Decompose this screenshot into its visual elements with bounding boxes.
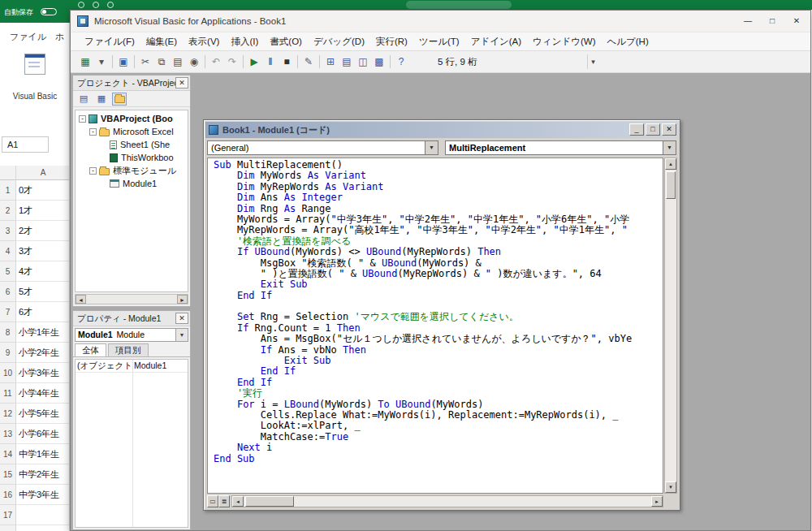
menu-item[interactable]: 挿入(I) bbox=[225, 32, 264, 50]
minimize-icon[interactable]: — bbox=[736, 11, 760, 32]
full-module-view-icon[interactable]: ≣ bbox=[218, 495, 230, 507]
sheet-cell[interactable]: 5才 bbox=[16, 282, 70, 302]
menu-item[interactable]: 実行(R) bbox=[370, 32, 413, 50]
view-object-icon[interactable]: ▦ bbox=[94, 93, 109, 106]
sheet-cell[interactable]: 小学1年生 bbox=[16, 322, 70, 343]
tab-alphabetic[interactable]: 全体 bbox=[75, 343, 106, 356]
chevron-down-icon[interactable]: ▼ bbox=[425, 141, 438, 154]
menu-item[interactable]: 表示(V) bbox=[183, 32, 225, 50]
scroll-up-icon[interactable]: ▲ bbox=[665, 158, 676, 170]
project-explorer-icon[interactable]: ⊞ bbox=[322, 54, 339, 70]
excel-file-tab[interactable]: ファイル bbox=[10, 31, 46, 43]
row-header[interactable]: 9 bbox=[0, 343, 16, 363]
h-scroll-thumb[interactable] bbox=[245, 496, 294, 507]
project-panel-title-bar[interactable]: プロジェクト - VBAProject ✕ bbox=[73, 76, 190, 91]
row-header[interactable]: 15 bbox=[0, 464, 16, 485]
scroll-left-icon[interactable]: ◄ bbox=[76, 295, 86, 304]
save-icon[interactable]: ▣ bbox=[115, 54, 132, 70]
scroll-left-icon[interactable]: ◄ bbox=[232, 496, 244, 507]
row-header[interactable]: 13 bbox=[0, 424, 16, 444]
row-header[interactable]: 14 bbox=[0, 444, 16, 464]
sheet-cell[interactable]: 2才 bbox=[16, 221, 70, 241]
code-v-scrollbar[interactable]: ▲ ▼ bbox=[664, 158, 677, 494]
menu-item[interactable]: ヘルプ(H) bbox=[601, 32, 654, 50]
close-icon[interactable]: ✕ bbox=[784, 11, 809, 32]
sheet-cell[interactable] bbox=[16, 505, 70, 525]
sheet-cell[interactable]: 小学4年生 bbox=[16, 383, 70, 404]
vba-title-bar[interactable]: Microsoft Visual Basic for Applications … bbox=[71, 11, 810, 32]
sheet-cell[interactable]: 中学1年生 bbox=[16, 444, 70, 464]
menu-item[interactable]: 書式(O) bbox=[264, 32, 308, 50]
maximize-icon[interactable]: □ bbox=[760, 11, 784, 32]
undo-quick-icon[interactable] bbox=[93, 2, 99, 8]
sheet-cell[interactable]: 小学3年生 bbox=[16, 363, 70, 383]
row-header[interactable]: 7 bbox=[0, 302, 16, 322]
procedure-dropdown[interactable]: MultiReplacement ▼ bbox=[445, 140, 676, 155]
procedure-view-icon[interactable]: ▭ bbox=[207, 495, 218, 507]
tree-expander-icon[interactable]: - bbox=[79, 115, 86, 123]
toolbar-overflow-icon[interactable]: ▾ bbox=[587, 54, 598, 69]
chevron-down-icon[interactable]: ▼ bbox=[663, 141, 676, 154]
v-scroll-thumb[interactable] bbox=[666, 171, 676, 199]
tree-item[interactable]: ThisWorkboo bbox=[76, 151, 188, 164]
menu-item[interactable]: アドイン(A) bbox=[465, 32, 527, 50]
menu-item[interactable]: 編集(E) bbox=[140, 32, 183, 50]
properties-window-icon[interactable]: ▤ bbox=[339, 54, 355, 70]
view-dropdown-icon[interactable]: ▾ bbox=[93, 54, 110, 70]
sheet-cell[interactable]: 中学3年生 bbox=[16, 485, 70, 505]
row-header[interactable]: 6 bbox=[0, 282, 16, 302]
visual-basic-button[interactable]: Visual Basic bbox=[0, 50, 70, 104]
row-header[interactable]: 17 bbox=[0, 505, 16, 525]
object-browser-icon[interactable]: ◫ bbox=[355, 54, 371, 70]
toolbox-icon[interactable]: ▩ bbox=[371, 54, 387, 70]
cut-icon[interactable]: ✂ bbox=[137, 54, 153, 70]
scroll-right-icon[interactable]: ► bbox=[651, 496, 663, 507]
row-header[interactable]: 2 bbox=[0, 201, 16, 221]
sheet-cell[interactable]: 小学6年生 bbox=[16, 424, 70, 444]
ribbon-quick-icon[interactable] bbox=[78, 2, 84, 8]
design-mode-icon[interactable]: ✎ bbox=[300, 54, 317, 70]
sheet-cell[interactable]: 4才 bbox=[16, 261, 70, 282]
select-all-corner[interactable] bbox=[0, 166, 16, 180]
redo-quick-icon[interactable] bbox=[107, 2, 114, 8]
code-h-scrollbar[interactable]: ◄ ► bbox=[231, 495, 663, 507]
view-excel-icon[interactable]: ▦ bbox=[77, 54, 93, 70]
sheet-cell[interactable]: 3才 bbox=[16, 241, 70, 261]
reset-icon[interactable]: ■ bbox=[279, 54, 295, 70]
tree-item[interactable]: Module1 bbox=[76, 177, 188, 190]
child-close-icon[interactable]: ✕ bbox=[662, 123, 676, 136]
undo-icon[interactable]: ↶ bbox=[208, 54, 224, 70]
code-editor[interactable]: Sub MultiReplacement() Dim MyWords As Va… bbox=[207, 158, 663, 494]
chevron-down-icon[interactable]: ▼ bbox=[175, 329, 188, 341]
row-header[interactable]: 16 bbox=[0, 485, 16, 505]
autosave-toggle[interactable] bbox=[41, 8, 57, 15]
scroll-down-icon[interactable]: ▼ bbox=[665, 481, 676, 493]
menu-item[interactable]: デバッグ(D) bbox=[308, 32, 370, 50]
sheet-cell[interactable]: 1才 bbox=[16, 201, 70, 221]
tree-item[interactable]: -Microsoft Excel bbox=[76, 125, 188, 138]
toggle-folders-icon[interactable] bbox=[112, 93, 127, 106]
excel-search-box[interactable] bbox=[406, 1, 512, 9]
tree-item[interactable]: -VBAProject (Boo bbox=[76, 112, 188, 125]
paste-icon[interactable]: ▤ bbox=[170, 54, 186, 70]
sheet-cell[interactable]: 0才 bbox=[16, 180, 70, 201]
object-dropdown[interactable]: (General) ▼ bbox=[207, 140, 438, 155]
properties-panel-title-bar[interactable]: プロパティ - Module1 ✕ bbox=[73, 311, 190, 326]
run-icon[interactable]: ▶ bbox=[246, 54, 262, 70]
sheet-cell[interactable]: 小学5年生 bbox=[16, 404, 70, 424]
row-header[interactable]: 4 bbox=[0, 241, 16, 261]
code-window-title-bar[interactable]: Book1 - Module1 (コード) _ □ ✕ bbox=[205, 122, 678, 138]
tree-expander-icon[interactable]: - bbox=[89, 167, 97, 175]
menu-item[interactable]: ウィンドウ(W) bbox=[527, 32, 601, 50]
tree-item[interactable]: Sheet1 (She bbox=[76, 138, 188, 151]
menu-item[interactable]: ツール(T) bbox=[413, 32, 465, 50]
sheet-cell[interactable]: 小学2年生 bbox=[16, 343, 70, 363]
copy-icon[interactable]: ⧉ bbox=[153, 54, 170, 70]
sheet-cell[interactable] bbox=[16, 525, 70, 531]
row-header[interactable]: 8 bbox=[0, 322, 16, 343]
row-header[interactable]: 11 bbox=[0, 383, 16, 404]
help-icon[interactable]: ? bbox=[393, 54, 409, 70]
scroll-right-icon[interactable]: ► bbox=[177, 295, 188, 304]
row-header[interactable]: 10 bbox=[0, 363, 16, 383]
tree-item[interactable]: -標準モジュール bbox=[76, 164, 188, 177]
